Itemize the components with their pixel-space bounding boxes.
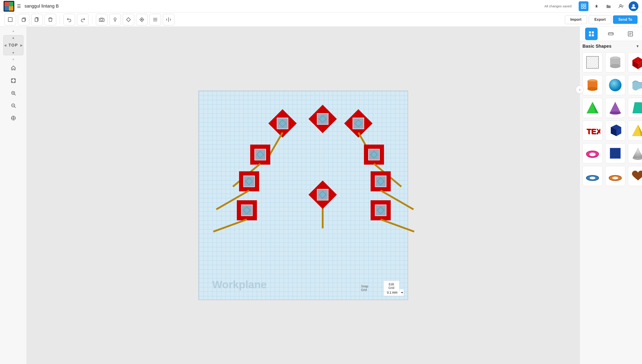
view-left-arrow[interactable]: ◀	[4, 44, 7, 47]
folder-button[interactable]	[604, 1, 613, 11]
shape-pyramid-green[interactable]	[582, 98, 602, 118]
svg-rect-5	[584, 4, 586, 6]
snap-grid-controls: Edit Grid Snap Grid 0.1 mm 0.5 mm 1.0 mm…	[383, 289, 404, 296]
view-top-arrow[interactable]: ▲	[12, 36, 15, 40]
shape-pyramid-yellow[interactable]	[628, 120, 642, 140]
svg-rect-0	[5, 2, 9, 6]
svg-text:TEXT: TEXT	[586, 127, 600, 136]
shape-sphere-blue[interactable]	[605, 75, 625, 95]
top-bar: ☰ sanggul lintang B All changes saved	[0, 0, 642, 12]
svg-rect-37	[589, 34, 591, 36]
avatar[interactable]	[629, 1, 638, 11]
new-button[interactable]	[5, 14, 16, 26]
svg-point-78	[589, 152, 596, 156]
workplane-label: Workplane	[212, 278, 267, 291]
zoom-out-button[interactable]	[8, 100, 19, 111]
send-to-button[interactable]: Send To	[613, 15, 637, 24]
shape-heart-brown[interactable]	[628, 166, 642, 186]
zoom-in-button[interactable]	[8, 88, 19, 98]
view-bottom-arrow[interactable]: ▼	[12, 51, 15, 54]
svg-rect-13	[22, 18, 25, 22]
view-right-arrow[interactable]: ▶	[20, 44, 23, 47]
svg-point-85	[590, 177, 595, 179]
view-cube-label: TOP	[9, 43, 18, 48]
tab-notes[interactable]	[624, 28, 637, 40]
left-panel: ▲ ◀ TOP ▶ ▲ ▼ ▼	[0, 27, 27, 364]
canvas-area[interactable]: Workplane Edit Grid Snap Grid 0.1 mm 0.5…	[27, 27, 579, 364]
shape-text-3d[interactable]: TEXT	[582, 120, 602, 140]
svg-rect-24	[11, 79, 15, 83]
shape-cube-red[interactable]	[628, 52, 642, 72]
shape-box-blue[interactable]	[605, 120, 625, 140]
shape-cylinder-gray[interactable]	[605, 52, 625, 72]
shape-box-striped[interactable]	[582, 52, 602, 72]
shape-tool-2[interactable]	[136, 14, 148, 26]
grid-view-button[interactable]	[579, 1, 588, 11]
tools-button[interactable]	[591, 1, 601, 11]
tab-ruler[interactable]	[604, 28, 617, 40]
menu-icon[interactable]: ☰	[17, 4, 21, 9]
project-title: sanggul lintang B	[25, 4, 59, 9]
tab-shapes[interactable]	[585, 28, 598, 40]
svg-rect-12	[8, 18, 12, 22]
bulb-button[interactable]	[109, 14, 121, 26]
shape-donut-orange[interactable]	[605, 166, 625, 186]
shape-pin-bot-left[interactable]	[237, 200, 257, 255]
svg-marker-67	[610, 102, 621, 113]
shape-tool-1[interactable]	[123, 14, 134, 26]
collapse-panel-button[interactable]: ›	[576, 86, 584, 94]
svg-point-16	[114, 18, 116, 20]
shape-torus-pink[interactable]	[582, 143, 602, 163]
svg-point-63	[588, 87, 597, 91]
fit-view-button[interactable]	[8, 75, 19, 86]
paste-button[interactable]	[31, 14, 43, 26]
export-button[interactable]: Export	[589, 15, 611, 24]
shapes-tool-button[interactable]	[8, 113, 19, 124]
copy-button[interactable]	[18, 14, 30, 26]
shapes-grid: TEXT	[582, 52, 639, 186]
home-view-button[interactable]	[8, 63, 19, 74]
redo-button[interactable]	[77, 14, 89, 26]
import-button[interactable]: Import	[565, 15, 587, 24]
svg-rect-80	[610, 148, 620, 158]
shape-torus-blue[interactable]	[582, 166, 602, 186]
toolbar-separator	[60, 16, 60, 24]
svg-point-15	[101, 19, 103, 21]
save-status: All changes saved	[544, 4, 571, 8]
shape-cone-purple[interactable]	[605, 98, 625, 118]
edit-grid-button[interactable]: Edit Grid	[383, 280, 400, 292]
shape-prism-teal[interactable]	[628, 98, 642, 118]
svg-rect-14	[35, 18, 38, 22]
add-user-button[interactable]	[616, 1, 626, 11]
delete-button[interactable]	[45, 14, 56, 26]
shape-pin-bot-right[interactable]	[371, 200, 391, 255]
mirror-button[interactable]	[163, 14, 174, 26]
shape-wavy-blue[interactable]	[628, 75, 642, 95]
shape-cone-gray[interactable]	[628, 143, 642, 163]
undo-button[interactable]	[64, 14, 75, 26]
svg-point-54	[610, 64, 620, 68]
svg-rect-50	[586, 56, 598, 68]
svg-rect-4	[581, 4, 583, 6]
svg-line-26	[14, 94, 16, 95]
workplane[interactable]: Workplane Edit Grid Snap Grid 0.1 mm 0.5…	[198, 91, 408, 300]
category-label: Basic Shapes	[582, 44, 611, 49]
svg-point-8	[620, 4, 621, 6]
shape-pin-center[interactable]	[313, 185, 333, 228]
svg-point-88	[612, 177, 618, 179]
svg-point-68	[610, 112, 621, 114]
app-logo	[4, 1, 14, 12]
svg-rect-2	[5, 6, 9, 11]
shape-box-navy[interactable]	[605, 143, 625, 163]
svg-rect-36	[592, 32, 594, 34]
align-button[interactable]	[149, 14, 161, 26]
svg-rect-38	[592, 34, 594, 36]
svg-rect-6	[581, 7, 583, 8]
camera-button[interactable]	[96, 14, 108, 26]
shape-pin-top-left[interactable]	[272, 114, 292, 164]
shape-cylinder-orange[interactable]	[582, 75, 602, 95]
category-chevron-icon[interactable]: ▼	[636, 44, 639, 48]
view-cube[interactable]: ◀ TOP ▶ ▲ ▼	[3, 35, 24, 55]
shape-pin-top[interactable]	[313, 109, 333, 129]
svg-marker-17	[126, 18, 130, 22]
